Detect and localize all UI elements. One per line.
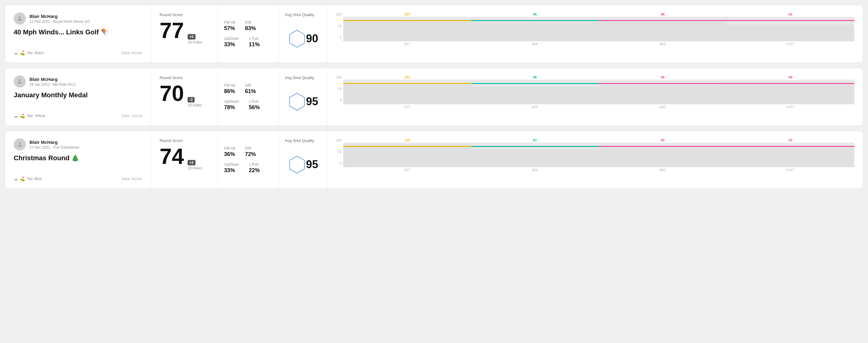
fw-hit-value: 86% [224, 88, 235, 95]
data-source: Data: Arccos [122, 177, 142, 181]
card-player-section: Blair McHarg 12 Feb 2022 · Royal North D… [5, 5, 151, 63]
hexagon-container: 95 [288, 148, 318, 181]
gir-value: 61% [245, 88, 256, 95]
fw-hit-stat: FW Hit 36% [224, 146, 235, 157]
oneputt-value: 11% [249, 41, 260, 48]
svg-marker-5 [289, 156, 304, 173]
hexagon-container: 90 [288, 22, 318, 55]
gir-label: GIR [245, 20, 256, 25]
round-score-label: Round Score [160, 138, 209, 143]
player-name: Blair McHarg [30, 14, 90, 19]
updown-value: 33% [224, 167, 239, 174]
score-value: 77 [160, 20, 184, 41]
fw-hit-label: FW Hit [224, 83, 235, 88]
card-chart-section: 100500 107 OTT 95 APP 98 [328, 5, 863, 63]
round-title: 40 Mph Winds... Links Golf 🪁 [14, 28, 142, 36]
avatar [14, 138, 26, 151]
gir-value: 83% [245, 25, 256, 32]
quality-value: 95 [306, 158, 318, 171]
updown-label: Up/Down [224, 99, 239, 104]
stat-group-bottom: Up/Down 33% 1 Putt 11% [224, 36, 272, 48]
weather-icon: ☁ [14, 176, 18, 181]
score-row: 74 +2 18 Holes [160, 145, 209, 170]
gir-label: GIR [245, 146, 256, 151]
gir-stat: GIR 83% [245, 20, 256, 32]
holes-label: 18 Holes [188, 40, 202, 44]
score-value: 74 [160, 145, 184, 167]
card-stats-section: FW Hit 86% GIR 61% Up/Down 78% 1 Putt [218, 68, 279, 126]
card-quality-section: Avg Shot Quality 95 [279, 131, 328, 189]
card-quality-section: Avg Shot Quality 90 [279, 5, 328, 63]
round-title: January Monthly Medal [14, 91, 142, 99]
tee-info: ☁ ⛳ Tee: Blue [14, 176, 42, 181]
oneputt-stat: 1 Putt 56% [249, 99, 260, 111]
gir-value: 72% [245, 151, 256, 157]
tee-icon: ⛳ [20, 176, 25, 181]
player-header: Blair McHarg 27 Dec 2021 · The Oxfordshi… [14, 138, 142, 151]
tee-info: ☁ ⛳ Tee: Black [14, 51, 43, 55]
score-row: 70 -2 18 Holes [160, 83, 209, 107]
fw-hit-label: FW Hit [224, 20, 235, 25]
stat-group-bottom: Up/Down 33% 1 Putt 22% [224, 162, 272, 174]
card-quality-section: Avg Shot Quality 95 [279, 68, 328, 126]
svg-point-0 [19, 17, 21, 19]
oneputt-value: 56% [249, 104, 260, 111]
fw-hit-value: 36% [224, 151, 235, 157]
card-score-section: Round Score 74 +2 18 Holes [151, 131, 218, 189]
player-header: Blair McHarg 29 Jan 2022 · Mill Ride GCC [14, 75, 142, 88]
player-meta: 27 Dec 2021 · The Oxfordshire [30, 145, 79, 150]
player-meta: 12 Feb 2022 · Royal North Devon GC [30, 20, 90, 24]
score-badge: +5 [188, 34, 195, 39]
fw-hit-stat: FW Hit 86% [224, 83, 235, 95]
gir-stat: GIR 72% [245, 146, 256, 157]
card-player-section: Blair McHarg 29 Jan 2022 · Mill Ride GCC… [5, 68, 151, 126]
card-footer: ☁ ⛳ Tee: Yellow Data: Arccos [14, 114, 142, 118]
round-score-label: Round Score [160, 12, 209, 17]
updown-value: 33% [224, 41, 239, 48]
tee-icon: ⛳ [20, 114, 25, 118]
stat-group-top: FW Hit 36% GIR 72% [224, 146, 272, 157]
card-score-section: Round Score 77 +5 18 Holes [151, 5, 218, 63]
card-stats-section: FW Hit 57% GIR 83% Up/Down 33% 1 Putt [218, 5, 279, 63]
updown-stat: Up/Down 33% [224, 36, 239, 48]
quality-value: 90 [306, 32, 318, 45]
round-card: Blair McHarg 29 Jan 2022 · Mill Ride GCC… [5, 68, 863, 126]
player-info: Blair McHarg 29 Jan 2022 · Mill Ride GCC [30, 76, 76, 87]
tee-label: Tee: Blue [27, 177, 42, 181]
gir-stat: GIR 61% [245, 83, 256, 95]
oneputt-stat: 1 Putt 11% [249, 36, 260, 48]
holes-label: 18 Holes [188, 166, 202, 170]
oneputt-label: 1 Putt [249, 99, 260, 104]
stat-group-bottom: Up/Down 78% 1 Putt 56% [224, 99, 272, 111]
stat-group-top: FW Hit 86% GIR 61% [224, 83, 272, 95]
fw-hit-stat: FW Hit 57% [224, 20, 235, 32]
holes-label: 18 Holes [188, 103, 202, 107]
updown-stat: Up/Down 78% [224, 99, 239, 111]
fw-hit-label: FW Hit [224, 146, 235, 151]
oneputt-stat: 1 Putt 22% [249, 162, 260, 174]
tee-icon: ⛳ [20, 51, 25, 55]
data-source: Data: Arccos [122, 51, 142, 55]
updown-stat: Up/Down 33% [224, 162, 239, 174]
svg-point-2 [19, 80, 21, 82]
score-badge: +2 [188, 160, 195, 165]
player-info: Blair McHarg 12 Feb 2022 · Royal North D… [30, 14, 90, 24]
card-footer: ☁ ⛳ Tee: Black Data: Arccos [14, 51, 142, 55]
card-player-section: Blair McHarg 27 Dec 2021 · The Oxfordshi… [5, 131, 151, 189]
card-chart-section: 100500 101 OTT 86 APP 96 [328, 68, 863, 126]
card-score-section: Round Score 70 -2 18 Holes [151, 68, 218, 126]
round-card: Blair McHarg 12 Feb 2022 · Royal North D… [5, 5, 863, 63]
quality-label: Avg Shot Quality [285, 75, 314, 80]
stat-group-top: FW Hit 57% GIR 83% [224, 20, 272, 32]
player-name: Blair McHarg [30, 139, 79, 145]
tee-label: Tee: Yellow [27, 114, 45, 118]
player-name: Blair McHarg [30, 76, 76, 82]
score-row: 77 +5 18 Holes [160, 20, 209, 44]
card-stats-section: FW Hit 36% GIR 72% Up/Down 33% 1 Putt [218, 131, 279, 189]
round-card: Blair McHarg 27 Dec 2021 · The Oxfordshi… [5, 131, 863, 189]
oneputt-label: 1 Putt [249, 36, 260, 41]
score-badge: -2 [188, 97, 194, 102]
svg-point-4 [19, 142, 21, 145]
card-chart-section: 100500 110 OTT 87 APP 95 [328, 131, 863, 189]
oneputt-label: 1 Putt [249, 162, 260, 167]
